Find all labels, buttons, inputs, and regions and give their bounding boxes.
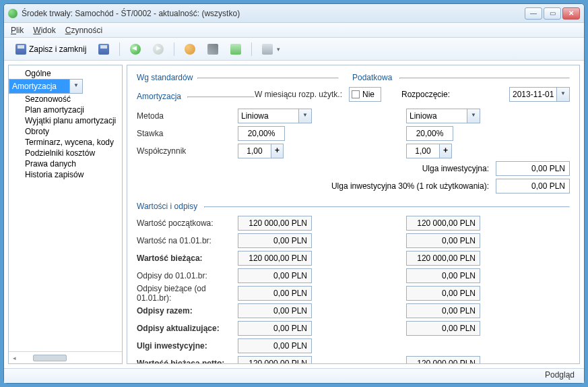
- wart-label-3: Odpisy do 01.01.br:: [137, 271, 238, 280]
- menu-widok[interactable]: Widok: [33, 26, 55, 35]
- sidebar-item-5[interactable]: Obroty: [9, 126, 122, 137]
- arrow-right-icon: [153, 44, 164, 55]
- save-close-label: Zapisz i zamknij: [29, 44, 86, 54]
- section-wart-title: Wartości i odpisy: [137, 202, 197, 211]
- wart-right-2: 120 000,00 PLN: [406, 251, 480, 266]
- app-icon: [8, 9, 18, 18]
- wart-right-0: 120 000,00 PLN: [406, 216, 480, 231]
- wart-left-8: 120 000,00 PLN: [238, 356, 312, 364]
- sidebar: ▸ OgólneAmortyzacjaSezonowośćPlan amorty…: [8, 65, 123, 364]
- ulga2-label: Ulga inwestycyjna 30% (1 rok użytkowania…: [137, 181, 496, 191]
- wart-label-6: Odpisy aktualizujące:: [137, 324, 238, 333]
- menu-czynnosci[interactable]: Czynności: [65, 26, 102, 35]
- save-button[interactable]: [94, 41, 114, 57]
- section-pod-title: Podatkowa: [352, 73, 392, 82]
- save-icon: [15, 44, 26, 55]
- sidebar-item-1[interactable]: Amortyzacja: [9, 79, 83, 94]
- sidebar-item-9[interactable]: Historia zapisów: [9, 169, 122, 180]
- disk-icon: [98, 44, 109, 55]
- wart-left-7: 0,00 PLN: [238, 338, 312, 353]
- rozp-label: Rozpoczęcie:: [401, 90, 509, 99]
- miesiac-checkbox[interactable]: Nie: [349, 87, 381, 102]
- menu-plik[interactable]: Plik: [11, 26, 24, 35]
- ulga1-value[interactable]: 0,00 PLN: [496, 161, 570, 176]
- menubar: Plik Widok Czynności: [4, 23, 584, 38]
- sidebar-item-8[interactable]: Prawa danych: [9, 158, 122, 169]
- wart-right-4: 0,00 PLN: [406, 286, 480, 301]
- date-picker[interactable]: 2013-11-01: [509, 87, 570, 102]
- stawka-left-field[interactable]: 20,00%: [238, 126, 285, 141]
- window-title: Środek trwały: Samochód - ŚT/0002 - aktu…: [22, 9, 525, 18]
- sidebar-scrollbar[interactable]: ◂: [9, 351, 122, 363]
- ulga1-label: Ulga inwestycyjna:: [137, 164, 496, 173]
- wart-right-5: 0,00 PLN: [406, 303, 480, 318]
- metoda-right-select[interactable]: Liniowa: [406, 109, 480, 123]
- sidebar-item-2[interactable]: Sezonowość: [9, 94, 122, 105]
- miesiac-label: W miesiącu rozp. użytk.:: [255, 90, 349, 99]
- tool2-button[interactable]: [203, 41, 223, 57]
- metoda-label: Metoda: [137, 111, 238, 121]
- stawka-label: Stawka: [137, 129, 238, 138]
- titlebar: Środek trwały: Samochód - ŚT/0002 - aktu…: [4, 4, 584, 23]
- toolbar: Zapisz i zamknij: [4, 38, 584, 61]
- close-button[interactable]: ✕: [562, 7, 580, 20]
- wart-right-8: 120 000,00 PLN: [406, 356, 480, 364]
- stawka-right-field[interactable]: 20,00%: [406, 126, 453, 141]
- maximize-button[interactable]: ▭: [544, 7, 561, 20]
- tool3-button[interactable]: [226, 41, 246, 57]
- wart-right-6: 0,00 PLN: [406, 321, 480, 336]
- wart-label-1: Wartość na 01.01.br:: [137, 236, 238, 245]
- save-close-button[interactable]: Zapisz i zamknij: [11, 41, 91, 57]
- section-amort-title: Amortyzacja: [137, 92, 181, 101]
- wart-right-3: 0,00 PLN: [406, 268, 480, 283]
- tool1-button[interactable]: [180, 41, 200, 57]
- wart-left-2: 120 000,00 PLN: [238, 251, 312, 266]
- ulga2-value[interactable]: 0,00 PLN: [496, 179, 570, 194]
- main-panel: Wg standardów Podatkowa Amortyzacja W mi…: [127, 65, 580, 364]
- wart-left-3: 0,00 PLN: [238, 268, 312, 283]
- wart-label-0: Wartość początkowa:: [137, 218, 238, 228]
- gear-icon: [185, 44, 195, 55]
- print-dropdown[interactable]: [257, 41, 285, 57]
- wart-label-2: Wartość bieżąca:: [137, 254, 238, 263]
- sidebar-item-3[interactable]: Plan amortyzacji: [9, 105, 122, 115]
- metoda-left-select[interactable]: Liniowa: [238, 109, 312, 123]
- wart-label-7: Ulgi inwestycyjne:: [137, 341, 238, 351]
- sidebar-item-6[interactable]: Terminarz, wycena, kody: [9, 137, 122, 148]
- sidebar-item-7[interactable]: Podzielniki kosztów: [9, 148, 122, 158]
- sidebar-item-4[interactable]: Wyjątki planu amortyzacji: [9, 115, 122, 126]
- arrow-left-icon: [130, 44, 141, 55]
- statusbar: Podgląd: [4, 368, 584, 383]
- wart-label-4: Odpisy bieżące (od 01.01.br):: [137, 284, 238, 303]
- wrench-icon: [207, 44, 218, 55]
- section-wg-title: Wg standardów: [137, 73, 193, 82]
- wsp-label: Współczynnik: [137, 146, 238, 156]
- wart-right-1: 0,00 PLN: [406, 233, 480, 248]
- wart-label-8: Wartość bieżąca netto:: [137, 359, 238, 364]
- sheet-icon: [230, 44, 241, 55]
- wart-label-5: Odpisy razem:: [137, 306, 238, 316]
- wsp-right-stepper[interactable]: 1,00+: [406, 144, 452, 158]
- wart-left-5: 0,00 PLN: [238, 303, 312, 318]
- forward-button[interactable]: [148, 41, 168, 57]
- wart-left-6: 0,00 PLN: [238, 321, 312, 336]
- wart-left-0: 120 000,00 PLN: [238, 216, 312, 231]
- printer-icon: [262, 44, 273, 55]
- wsp-left-stepper[interactable]: 1,00+: [238, 144, 352, 158]
- back-button[interactable]: [125, 41, 145, 57]
- wart-left-1: 0,00 PLN: [238, 233, 312, 248]
- minimize-button[interactable]: —: [525, 7, 542, 20]
- sidebar-item-0[interactable]: Ogólne: [9, 68, 122, 79]
- wart-left-4: 0,00 PLN: [238, 286, 312, 301]
